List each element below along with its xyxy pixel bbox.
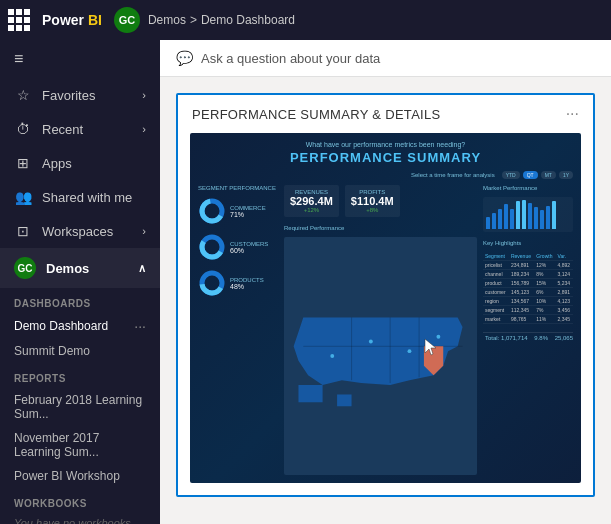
workbooks-section: WORKBOOKS	[0, 488, 160, 513]
chat-icon: 💬	[176, 50, 193, 66]
sidebar-item-apps[interactable]: ⊞ Apps	[0, 146, 160, 180]
segment-label: Segment Performance	[198, 185, 278, 191]
commerce-value: 71%	[230, 211, 266, 218]
demos-chevron-icon: ∧	[138, 262, 146, 275]
perf-title-row: What have our performance metrics been n…	[198, 141, 573, 165]
sidebar-item-shared[interactable]: 👥 Shared with me	[0, 180, 160, 214]
more-icon[interactable]: ···	[134, 318, 146, 334]
demos-avatar: GC	[14, 257, 36, 279]
map-svg	[284, 237, 477, 475]
filter-1y[interactable]: 1Y	[559, 171, 573, 179]
svg-point-17	[436, 335, 440, 339]
table-row: customer145,1236%2,891	[483, 288, 573, 297]
table-row: product156,78915%5,234	[483, 279, 573, 288]
dashboard-card: PERFORMANCE SUMMARY & DETAILS ··· What h…	[176, 93, 595, 497]
reports-section: REPORTS	[0, 363, 160, 388]
required-performance-label: Required Performance	[284, 225, 477, 231]
sidebar-sub-item-report-2[interactable]: November 2017 Learning Sum...	[0, 426, 160, 464]
table-row: market98,76511%2,345	[483, 315, 573, 324]
products-label: PRODUCTS	[230, 277, 264, 283]
clock-icon: ⏱	[14, 121, 32, 137]
sidebar-item-recent[interactable]: ⏱ Recent ›	[0, 112, 160, 146]
us-map	[284, 237, 477, 475]
no-workbooks-label: You have no workbooks	[0, 513, 160, 524]
customers-label: CUSTOMERS	[230, 241, 268, 247]
qa-bar[interactable]: 💬 Ask a question about your data	[160, 40, 611, 77]
shared-icon: 👥	[14, 189, 32, 205]
apps-icon: ⊞	[14, 155, 32, 171]
filter-label: Select a time frame for analysis	[411, 172, 495, 178]
card-title: PERFORMANCE SUMMARY & DETAILS	[192, 107, 441, 122]
commerce-donut-chart	[198, 197, 226, 225]
chevron-icon: ›	[142, 225, 146, 237]
bar-chart	[483, 197, 573, 232]
perf-title: PERFORMANCE SUMMARY	[198, 150, 573, 165]
topbar: Power BI GC Demos > Demo Dashboard	[0, 0, 611, 40]
table-row: segment112,3457%3,456	[483, 306, 573, 315]
revenues-metric: REVENUES $296.4M +12%	[284, 185, 339, 217]
sidebar-sub-item-demo-dashboard[interactable]: Demo Dashboard ···	[0, 313, 160, 339]
chevron-icon: ›	[142, 89, 146, 101]
perf-center-panel: REVENUES $296.4M +12% PROFITS $110.4M +8…	[284, 185, 477, 475]
key-highlights-label: Key Highlights	[483, 240, 573, 246]
svg-marker-14	[337, 395, 351, 407]
total-row: Total: 1,071,714 9.8% 25,065	[483, 332, 573, 341]
products-donut-chart	[198, 269, 226, 297]
main-content: 💬 Ask a question about your data PERFORM…	[160, 40, 611, 524]
sidebar-sub-item-summit-demo[interactable]: Summit Demo	[0, 339, 160, 363]
demos-section-header[interactable]: GC Demos ∧	[0, 248, 160, 288]
content-area: PERFORMANCE SUMMARY & DETAILS ··· What h…	[160, 77, 611, 524]
chevron-icon: ›	[142, 123, 146, 135]
customers-donut-chart	[198, 233, 226, 261]
perf-subtitle: What have our performance metrics been n…	[198, 141, 573, 148]
perf-left-panel: Segment Performance COMMERCE	[198, 185, 278, 475]
app-logo: Power BI	[42, 12, 102, 28]
customers-value: 60%	[230, 247, 268, 254]
hamburger-button[interactable]: ≡	[0, 40, 160, 78]
sidebar-sub-item-report-3[interactable]: Power BI Workshop	[0, 464, 160, 488]
perf-right-panel: Market Performance	[483, 185, 573, 475]
card-header: PERFORMANCE SUMMARY & DETAILS ···	[178, 95, 593, 133]
sidebar-item-favorites[interactable]: ☆ Favorites ›	[0, 78, 160, 112]
filter-mt[interactable]: MT	[541, 171, 556, 179]
filter-qt[interactable]: QT	[523, 171, 538, 179]
dashboards-section: DASHBOARDS	[0, 288, 160, 313]
filter-ytd[interactable]: YTD	[502, 171, 520, 179]
table-row: region134,56710%4,123	[483, 297, 573, 306]
sidebar-item-workspaces[interactable]: ⊡ Workspaces ›	[0, 214, 160, 248]
market-performance-label: Market Performance	[483, 185, 573, 191]
table-row: channel189,2348%3,124	[483, 270, 573, 279]
svg-marker-13	[298, 385, 322, 402]
sidebar-sub-item-report-1[interactable]: February 2018 Learning Sum...	[0, 388, 160, 426]
svg-point-15	[369, 340, 373, 344]
star-icon: ☆	[14, 87, 32, 103]
commerce-label: COMMERCE	[230, 205, 266, 211]
breadcrumb: Demos > Demo Dashboard	[148, 13, 295, 27]
performance-viz: What have our performance metrics been n…	[190, 133, 581, 483]
products-value: 48%	[230, 283, 264, 290]
profits-metric: PROFITS $110.4M +8%	[345, 185, 400, 217]
svg-point-18	[330, 354, 334, 358]
sidebar: ≡ ☆ Favorites › ⏱ Recent › ⊞ Apps 👥 Shar…	[0, 40, 160, 524]
svg-point-16	[408, 349, 412, 353]
grid-icon[interactable]	[8, 9, 30, 31]
workspaces-icon: ⊡	[14, 223, 32, 239]
card-menu-button[interactable]: ···	[566, 105, 579, 123]
avatar[interactable]: GC	[114, 7, 140, 33]
table-row: pricelist234,89112%4,892	[483, 261, 573, 270]
highlights-table: SegmentRevenueGrowthVar. pricelist234,89…	[483, 252, 573, 324]
